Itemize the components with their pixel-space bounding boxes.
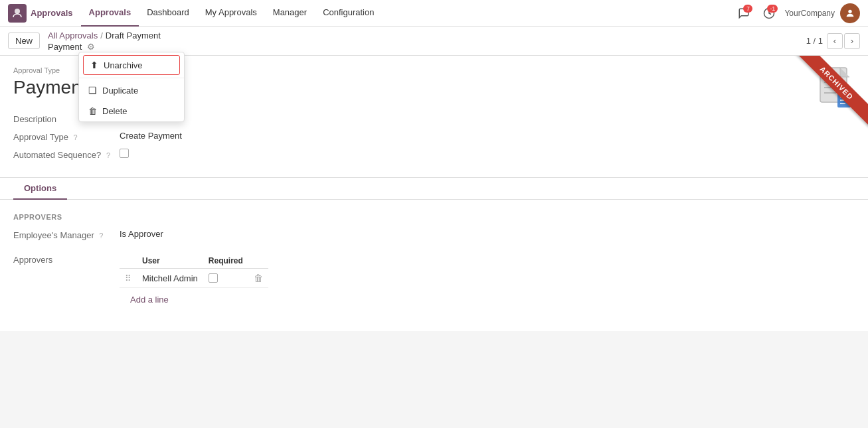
- delete-icon: 🗑: [88, 106, 97, 116]
- activities-badge: -1: [767, 5, 778, 13]
- required-checkbox[interactable]: [209, 273, 218, 283]
- tabs-bar: Options: [0, 178, 868, 200]
- next-button[interactable]: ›: [844, 33, 860, 49]
- unarchive-label: Unarchive: [104, 60, 143, 70]
- new-button[interactable]: New: [8, 33, 40, 49]
- unarchive-icon: ⬆: [90, 60, 98, 70]
- tab-content-options: APPROVERS Employee's Manager ? Is Approv…: [0, 200, 868, 331]
- employee-manager-row: Employee's Manager ? Is Approver: [13, 229, 855, 240]
- svg-point-2: [848, 9, 851, 13]
- required-cell: [203, 269, 248, 288]
- main-menu: Approvals Dashboard My Approvals Manager…: [81, 0, 732, 27]
- delete-row-button[interactable]: 🗑: [254, 273, 263, 283]
- col-required: Required: [203, 253, 248, 269]
- messages-button[interactable]: 7: [734, 3, 754, 23]
- gear-dropdown-menu: ⬆ Unarchive ❏ Duplicate 🗑 Delete: [78, 52, 185, 122]
- brand-logo[interactable]: Approvals: [8, 4, 73, 23]
- approvers-section-title: APPROVERS: [13, 213, 855, 221]
- messages-badge: 7: [743, 5, 752, 13]
- automated-seq-row: Automated Sequence? ?: [13, 149, 855, 160]
- employee-manager-label: Employee's Manager ?: [13, 229, 120, 240]
- navigation-arrows: 1 / 1 ‹ ›: [806, 33, 860, 49]
- approvers-label: Approvers: [13, 253, 120, 265]
- approvers-row: Approvers User Required: [13, 253, 855, 311]
- dropdown-divider-1: [79, 78, 184, 78]
- brand-label: Approvals: [31, 8, 73, 18]
- approvers-table: User Required ⠿ Mitchell Admin: [120, 253, 268, 288]
- employee-manager-value: Is Approver: [120, 229, 163, 239]
- automated-seq-label: Automated Sequence? ?: [13, 149, 120, 160]
- brand-icon: [8, 4, 27, 23]
- tab-options[interactable]: Options: [13, 178, 67, 200]
- approval-type-value: Create Payment: [120, 131, 182, 141]
- activities-button[interactable]: -1: [759, 3, 779, 23]
- pagination-display: 1 / 1: [806, 36, 823, 46]
- breadcrumb-sub: Payment: [48, 42, 82, 52]
- dropdown-duplicate[interactable]: ❏ Duplicate: [79, 80, 184, 101]
- approvers-table-container: User Required ⠿ Mitchell Admin: [120, 253, 268, 311]
- top-navigation: Approvals Approvals Dashboard My Approva…: [0, 0, 868, 27]
- svg-point-0: [15, 9, 20, 14]
- drag-handle-icon[interactable]: ⠿: [125, 273, 131, 283]
- delete-label: Delete: [102, 106, 128, 116]
- approval-type-row: Approval Type ? Create Payment: [13, 131, 855, 142]
- gear-icon[interactable]: ⚙: [87, 42, 95, 52]
- delete-cell: 🗑: [248, 269, 268, 288]
- breadcrumb-draft-payment: Draft Payment: [106, 31, 161, 40]
- approval-type-label: Approval Type ?: [13, 131, 120, 142]
- duplicate-label: Duplicate: [102, 86, 138, 96]
- col-actions: [248, 253, 268, 269]
- col-drag: [120, 253, 137, 269]
- breadcrumb-all-approvals-link[interactable]: All Approvals: [48, 31, 98, 40]
- duplicate-icon: ❏: [88, 85, 97, 96]
- previous-button[interactable]: ‹: [827, 33, 843, 49]
- user-avatar[interactable]: [840, 3, 860, 23]
- drag-handle-cell[interactable]: ⠿: [120, 269, 137, 288]
- dropdown-delete[interactable]: 🗑 Delete: [79, 101, 184, 121]
- nav-dashboard[interactable]: Dashboard: [139, 0, 197, 27]
- nav-manager[interactable]: Manager: [265, 0, 315, 27]
- table-row: ⠿ Mitchell Admin 🗑: [120, 269, 268, 288]
- user-cell: Mitchell Admin: [137, 269, 203, 288]
- automated-seq-checkbox[interactable]: [120, 149, 129, 158]
- nav-configuration[interactable]: Configuration: [315, 0, 382, 27]
- nav-approvals[interactable]: Approvals: [81, 0, 139, 27]
- nav-my-approvals[interactable]: My Approvals: [197, 0, 265, 27]
- col-user: User: [137, 253, 203, 269]
- topnav-right: 7 -1 YourCompany: [734, 3, 860, 23]
- company-name: YourCompany: [784, 9, 835, 18]
- user-name: Mitchell Admin: [142, 273, 198, 283]
- automated-seq-help[interactable]: ?: [106, 151, 110, 159]
- employee-manager-help[interactable]: ?: [99, 232, 103, 240]
- approval-type-help[interactable]: ?: [74, 133, 78, 141]
- add-line-button[interactable]: Add a line: [125, 291, 174, 309]
- dropdown-unarchive[interactable]: ⬆ Unarchive: [83, 55, 180, 75]
